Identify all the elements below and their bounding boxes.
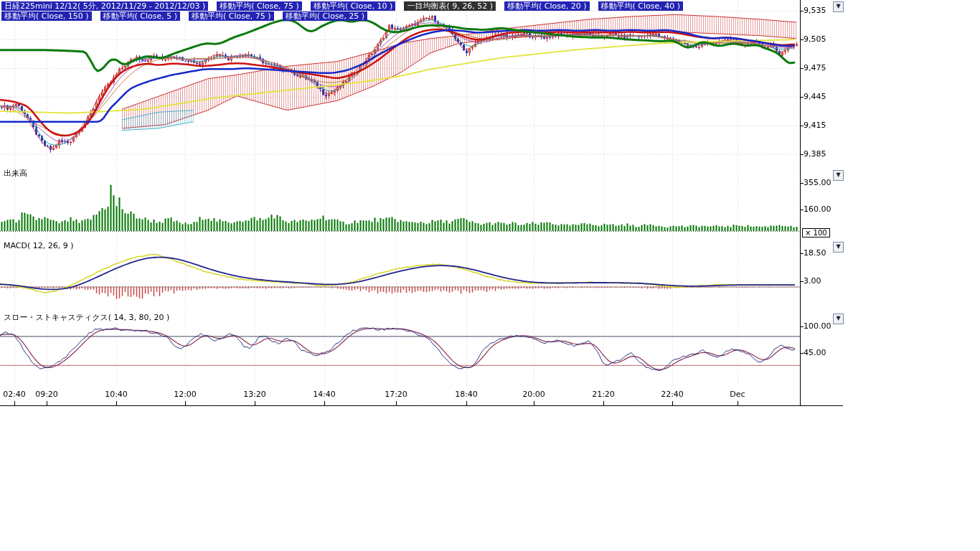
panel-dropdown-arrow-button[interactable]: ▼ <box>833 1 844 12</box>
indicator-bar-row-1: 日経225mini 12/12( 5分, 2012/11/29 - 2012/1… <box>1 1 683 11</box>
macd-axis-label: 3.00 <box>804 277 821 286</box>
indicator-chip[interactable]: 移動平均( Close, 150 ) <box>1 11 92 21</box>
indicator-chip[interactable]: 移動平均( Close, 10 ) <box>311 1 396 11</box>
indicator-chip[interactable]: 移動平均( Close, 40 ) <box>598 1 684 11</box>
indicator-chip[interactable]: 移動平均( Close, 20 ) <box>504 1 590 11</box>
time-axis-label: 10:40 <box>105 390 128 399</box>
chart-window: 日経225mini 12/12( 5分, 2012/11/29 - 2012/1… <box>0 0 980 551</box>
time-axis-label: 18:40 <box>455 390 478 399</box>
macd-panel-label: MACD( 12, 26, 9 ) <box>2 242 75 250</box>
price-axis-label: 9,385 <box>804 150 826 159</box>
macd-axis-label: 18.50 <box>804 249 826 258</box>
time-axis-label: Dec <box>730 390 745 399</box>
indicator-chip[interactable]: 移動平均( Close, 25 ) <box>283 11 368 21</box>
price-axis-label: 9,475 <box>804 64 826 72</box>
volume-axis-label: 160.00 <box>804 205 831 214</box>
time-axis-label: 20:00 <box>522 390 545 399</box>
time-axis-label: 17:20 <box>385 390 407 399</box>
indicator-chip[interactable]: 移動平均( Close, 5 ) <box>100 11 181 21</box>
panel-dropdown-arrow-button[interactable]: ▼ <box>833 170 844 181</box>
volume-panel-label: 出来高 <box>2 169 29 178</box>
indicator-chip[interactable]: 移動平均( Close, 75 ) <box>189 11 274 21</box>
indicator-chip[interactable]: 移動平均( Close, 75 ) <box>217 1 302 11</box>
price-axis-label: 9,415 <box>804 121 826 130</box>
indicator-chip[interactable]: 一目均衡表( 9, 26, 52 ) <box>404 1 496 11</box>
time-axis-label: 12:00 <box>174 390 197 399</box>
time-axis-label: 21:20 <box>592 390 615 399</box>
price-axis-label: 9,535 <box>804 6 826 15</box>
time-axis-label: 14:40 <box>313 390 336 399</box>
time-axis-label: 13:20 <box>243 390 266 399</box>
right-axis: 9,5359,5059,4759,4459,4159,385355.00160.… <box>801 0 842 406</box>
volume-axis-label: 355.00 <box>804 179 831 187</box>
time-axis: 02:4009:2010:4012:0013:2014:4017:2018:40… <box>0 390 800 400</box>
indicator-bar-row-2: 移動平均( Close, 150 )移動平均( Close, 5 )移動平均( … <box>1 11 367 21</box>
volume-multiplier-badge: × 100 <box>802 228 830 237</box>
time-axis-label: 02:40 <box>3 390 26 399</box>
chart-canvas[interactable] <box>0 0 843 406</box>
indicator-chip[interactable]: 日経225mini 12/12( 5分, 2012/11/29 - 2012/1… <box>1 1 208 11</box>
stoch-axis-label: 100.00 <box>804 322 831 331</box>
panel-dropdown-arrow-button[interactable]: ▼ <box>833 242 844 253</box>
price-axis-label: 9,505 <box>804 35 826 44</box>
stochastics-panel-label: スロー・ストキャスティクス( 14, 3, 80, 20 ) <box>2 314 171 322</box>
panel-dropdown-arrow-button[interactable]: ▼ <box>833 314 844 324</box>
time-axis-label: 09:20 <box>35 390 58 399</box>
time-axis-label: 22:40 <box>661 390 684 399</box>
price-axis-label: 9,445 <box>804 93 826 101</box>
stoch-axis-label: 45.00 <box>804 349 826 357</box>
